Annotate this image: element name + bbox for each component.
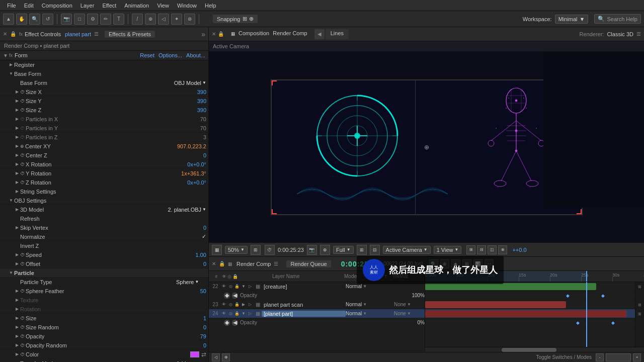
layer-23-shy[interactable]: ▷ xyxy=(247,302,253,308)
y-rot-value[interactable]: 1x+361.3° xyxy=(176,170,206,176)
menu-view[interactable]: View xyxy=(153,3,173,9)
3d-model-toggle[interactable]: ▶ xyxy=(14,207,20,213)
opacity-random-value[interactable]: 0 xyxy=(176,342,206,348)
track-24-bar[interactable] xyxy=(425,310,626,317)
color-swatch[interactable] xyxy=(190,351,199,357)
layer-23-eye[interactable]: 👁 xyxy=(221,302,227,308)
normalize-value[interactable]: ✓ xyxy=(176,233,206,240)
obj-toggle[interactable]: ▼ xyxy=(8,198,14,204)
skip-vertex-toggle[interactable]: ▶ xyxy=(14,225,20,231)
menu-effect[interactable]: Effect xyxy=(98,3,120,9)
size-toggle[interactable]: ▶ xyxy=(14,315,20,321)
comp-clock-btn[interactable]: ⏱ xyxy=(265,245,275,255)
comp-fit-btn[interactable]: ⊞ xyxy=(251,245,261,255)
layer-22-mode-val[interactable]: Normal xyxy=(346,284,362,289)
tl-bottom-icon-2[interactable]: ⊕ xyxy=(222,353,230,361)
layer-23-collapse[interactable]: ▶ xyxy=(240,302,247,308)
opacity-toggle[interactable]: ▶ xyxy=(14,333,20,339)
size-y-value[interactable]: 390 xyxy=(176,98,206,104)
tl-zoom-out[interactable]: - xyxy=(596,353,604,361)
sphere-feather-toggle[interactable]: ▶ xyxy=(14,288,20,294)
tool-rect[interactable]: □ xyxy=(74,14,85,25)
center-z-toggle[interactable]: ▶ xyxy=(14,152,20,158)
ptc-x-toggle[interactable]: ▶ xyxy=(14,116,20,122)
tool-puppet[interactable]: ✦ xyxy=(171,14,182,25)
particle-type-dropdown[interactable]: Sphere ▼ xyxy=(176,279,206,285)
size-z-toggle[interactable]: ▶ xyxy=(14,107,20,113)
view-dropdown[interactable]: Active Camera ▼ xyxy=(383,246,431,254)
speed-toggle[interactable]: ▶ xyxy=(14,252,20,258)
tool-rotate[interactable]: ↺ xyxy=(42,14,53,25)
z-rot-toggle[interactable]: ▶ xyxy=(14,179,20,186)
panel-menu-btn[interactable]: ☰ xyxy=(94,31,99,37)
comp-guide-btn[interactable]: ⊟ xyxy=(370,245,380,255)
comp-close[interactable]: ✕ xyxy=(212,31,216,37)
toggle-switches-label[interactable]: Toggle Switches / Modes xyxy=(536,354,592,360)
layer-22-collapse[interactable]: ▼ xyxy=(240,284,247,290)
menu-animation[interactable]: Animation xyxy=(120,3,153,9)
tool-select[interactable]: ▲ xyxy=(3,14,14,25)
color-toggle[interactable]: ▶ xyxy=(14,351,20,357)
layer-24-mode-val[interactable]: Normal xyxy=(346,311,362,316)
timeline-hscrollbar[interactable] xyxy=(425,347,644,352)
panel-expand[interactable]: » xyxy=(201,30,205,38)
comp-3d-btn[interactable]: ⊕ xyxy=(320,245,330,255)
comp-snap-btn[interactable]: 📷 xyxy=(307,245,317,255)
ptc-y-toggle[interactable]: ▶ xyxy=(14,125,20,131)
quality-dropdown[interactable]: Full ▼ xyxy=(333,246,354,254)
menu-window[interactable]: Window xyxy=(173,3,201,9)
layer-23-trkmat-val[interactable]: None xyxy=(394,302,406,307)
3d-model-dropdown[interactable]: 2. planet.OBJ ▼ xyxy=(168,207,206,213)
layer-24-lock[interactable]: 🔒 xyxy=(234,311,240,317)
size-z-value[interactable]: 390 xyxy=(176,107,206,113)
transfer-mode-dropdown[interactable]: Add ▼ xyxy=(176,360,206,363)
view-count-dropdown[interactable]: 1 View ▼ xyxy=(434,246,462,254)
kf-22-2[interactable]: ◆ xyxy=(601,293,605,298)
base-form-toggle[interactable]: ▼ xyxy=(8,71,14,77)
kf-24-2[interactable]: ◆ xyxy=(611,320,615,325)
comp-direction-btn[interactable]: ◀ xyxy=(314,29,325,39)
menu-help[interactable]: Help xyxy=(201,3,220,9)
track-22-bar[interactable] xyxy=(425,283,596,290)
offset-toggle[interactable]: ▶ xyxy=(14,261,20,267)
comp-icon-2[interactable]: ⊟ xyxy=(477,245,486,254)
comp-tool-btn[interactable]: ▦ xyxy=(212,245,222,255)
sphere-feather-value[interactable]: 50 xyxy=(176,288,206,294)
workspace-dropdown[interactable]: Minimal ▼ xyxy=(555,15,589,24)
x-rot-toggle[interactable]: ▶ xyxy=(14,161,20,167)
options-btn[interactable]: Options... xyxy=(158,52,182,58)
comp-grid-btn[interactable]: ⊞ xyxy=(357,245,367,255)
skip-vertex-value[interactable]: 0 xyxy=(176,225,206,231)
tool-clone[interactable]: ⊕ xyxy=(145,14,156,25)
offset-value[interactable]: 0 xyxy=(176,261,206,267)
tool-zoom[interactable]: 🔍 xyxy=(29,14,40,25)
comp-viewport[interactable]: ⊕ xyxy=(209,52,644,242)
layer-22-kf-prev[interactable]: ◀ xyxy=(232,293,238,299)
tool-pen[interactable]: ✏ xyxy=(100,14,111,25)
track-playhead[interactable] xyxy=(586,282,587,347)
comp-menu-btn[interactable]: ☰ xyxy=(636,31,641,37)
ptc-z-value[interactable]: 3 xyxy=(176,134,206,140)
size-x-toggle[interactable]: ▶ xyxy=(14,89,20,95)
size-random-value[interactable]: 0 xyxy=(176,324,206,330)
tool-text[interactable]: T xyxy=(113,14,124,25)
tl-bottom-icon-1[interactable]: ◁ xyxy=(212,353,220,361)
menu-edit[interactable]: Edit xyxy=(20,3,38,9)
reset-btn[interactable]: Reset xyxy=(140,52,154,58)
layer-24[interactable]: 24 👁 ◎ 🔒 ▼ ▷ ▦ [planet part] xyxy=(209,309,425,318)
size-random-toggle[interactable]: ▶ xyxy=(14,324,20,330)
kf-22-1[interactable]: ◆ xyxy=(566,293,570,298)
center-xy-toggle[interactable]: ▶ xyxy=(14,143,20,149)
size-value[interactable]: 1 xyxy=(176,315,206,321)
center-z-value[interactable]: 0 xyxy=(176,152,206,158)
menu-file[interactable]: File xyxy=(3,3,20,9)
layer-24-shy[interactable]: ▷ xyxy=(247,311,253,317)
layer-24-collapse[interactable]: ▼ xyxy=(240,311,247,317)
size-x-value[interactable]: 390 xyxy=(176,89,206,95)
ptc-y-value[interactable]: 70 xyxy=(176,125,206,131)
layer-24-kf-prev[interactable]: ◀ xyxy=(232,320,238,326)
rotation-toggle[interactable]: ▶ xyxy=(14,306,20,312)
layer-23-mode-val[interactable]: Normal xyxy=(346,302,362,307)
tool-hand[interactable]: ✋ xyxy=(16,14,27,25)
menu-layer[interactable]: Layer xyxy=(76,3,99,9)
